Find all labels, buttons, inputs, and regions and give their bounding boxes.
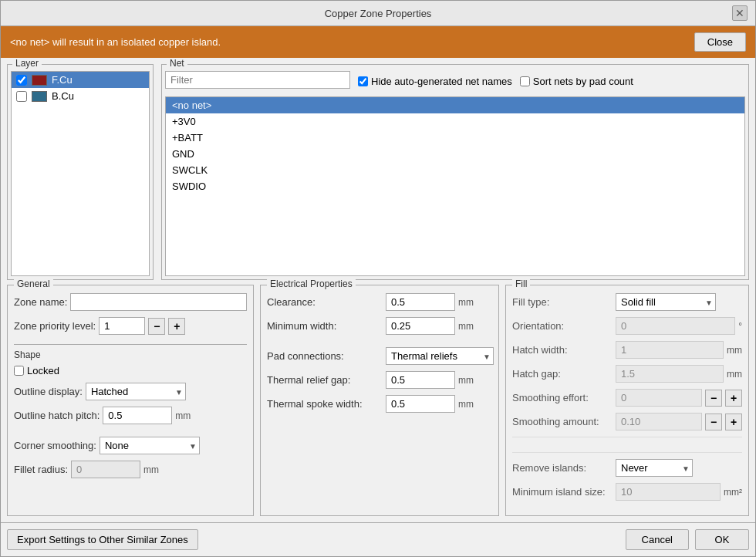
min-width-input[interactable] (386, 317, 455, 335)
net-section: Net Hide auto-generated net names Sort n… (161, 64, 749, 280)
corner-smoothing-label: Corner smoothing: (14, 440, 96, 451)
remove-islands-select[interactable]: Never Always Below area limit (616, 459, 693, 477)
pad-connections-select-wrap: Thermal reliefs Solid None ▼ (386, 347, 494, 365)
orientation-input[interactable] (616, 317, 735, 335)
smoothing-effort-row: Smoothing effort: − + (512, 389, 742, 407)
min-island-size-row: Minimum island size: mm² (512, 483, 742, 501)
net-item-swdio[interactable]: SWDIO (166, 178, 744, 194)
hatch-width-unit: mm (727, 345, 742, 356)
locked-row: Locked (14, 365, 247, 376)
min-width-unit: mm (458, 321, 474, 332)
hatch-gap-row: Hatch gap: mm (512, 365, 742, 383)
smoothing-effort-increment[interactable]: + (725, 390, 742, 407)
top-section: Layer F.Cu B.Cu (7, 64, 749, 280)
pad-connections-row: Pad connections: Thermal reliefs Solid N… (267, 347, 492, 365)
clearance-label: Clearance: (267, 296, 383, 308)
smoothing-amount-label: Smoothing amount: (512, 416, 613, 427)
net-item-3v0[interactable]: +3V0 (166, 113, 744, 130)
warning-text: <no net> will result in an isolated copp… (10, 36, 221, 48)
net-item-batt[interactable]: +BATT (166, 130, 744, 146)
zone-name-input[interactable] (70, 293, 247, 311)
shape-title: Shape (14, 344, 247, 360)
thermal-relief-gap-label: Thermal relief gap: (267, 374, 383, 386)
hatch-width-input[interactable] (616, 341, 724, 359)
close-x-button[interactable]: ✕ (732, 5, 748, 21)
zone-name-row: Zone name: (14, 293, 247, 311)
priority-increment-button[interactable]: + (168, 318, 185, 335)
export-button[interactable]: Export Settings to Other Similar Zones (7, 529, 198, 550)
smoothing-amount-input[interactable] (616, 413, 702, 430)
layer-item-fcu[interactable]: F.Cu (12, 72, 149, 88)
ok-button[interactable]: OK (695, 529, 749, 550)
fill-group: Fill Fill type: Solid fill Hatch pattern… (505, 285, 749, 516)
smoothing-amount-decrement[interactable]: − (705, 414, 722, 430)
net-item-no-net[interactable]: <no net> (166, 97, 744, 113)
net-filter-input[interactable] (165, 71, 350, 89)
fill-type-label: Fill type: (512, 296, 613, 308)
outline-hatch-pitch-row: Outline hatch pitch: mm (14, 407, 247, 424)
fill-type-row: Fill type: Solid fill Hatch pattern ▼ (512, 293, 742, 311)
min-island-size-unit: mm² (724, 487, 742, 498)
net-list: <no net> +3V0 +BATT GND SWCLK SWDIO (165, 96, 745, 276)
outline-hatch-pitch-input[interactable] (103, 407, 172, 424)
thermal-spoke-width-input[interactable] (386, 395, 455, 413)
net-item-gnd[interactable]: GND (166, 146, 744, 162)
fill-col: Fill Fill type: Solid fill Hatch pattern… (505, 285, 749, 516)
layer-checkbox-bcu[interactable] (16, 91, 27, 102)
fillet-radius-input[interactable] (71, 461, 140, 478)
dialog-title: Copper Zone Properties (24, 8, 732, 19)
layer-checkbox-fcu[interactable] (16, 75, 27, 86)
layer-group-title: Layer (12, 58, 42, 69)
sort-by-pad-checkbox[interactable] (520, 76, 530, 86)
bottom-section: General Zone name: Zone priority level: … (7, 285, 749, 516)
outline-display-label: Outline display: (14, 386, 83, 397)
net-item-swclk[interactable]: SWCLK (166, 162, 744, 178)
min-island-size-input[interactable] (616, 483, 721, 501)
outline-display-select[interactable]: Hatched Edge only Invisible (86, 383, 186, 400)
thermal-spoke-width-label: Thermal spoke width: (267, 398, 383, 410)
layer-item-bcu[interactable]: B.Cu (12, 88, 149, 104)
dialog: Copper Zone Properties ✕ <no net> will r… (0, 0, 756, 557)
thermal-spoke-width-unit: mm (458, 399, 474, 410)
general-group: General Zone name: Zone priority level: … (7, 285, 254, 516)
smoothing-effort-input[interactable] (616, 389, 702, 407)
layer-name-fcu: F.Cu (52, 74, 73, 86)
layer-color-fcu (32, 75, 47, 86)
corner-smoothing-select[interactable]: None Chamfer Fillet (100, 437, 200, 454)
zone-priority-input[interactable] (99, 317, 145, 335)
min-width-label: Minimum width: (267, 320, 383, 332)
remove-islands-row: Remove islands: Never Always Below area … (512, 452, 742, 477)
outline-hatch-pitch-unit: mm (175, 410, 191, 421)
pad-connections-select[interactable]: Thermal reliefs Solid None (386, 347, 494, 365)
electrical-title: Electrical Properties (267, 278, 356, 289)
smoothing-amount-row: Smoothing amount: − + (512, 413, 742, 430)
thermal-relief-gap-unit: mm (458, 375, 474, 386)
sort-by-pad-label[interactable]: Sort nets by pad count (520, 76, 633, 87)
fillet-radius-label: Fillet radius: (14, 464, 68, 475)
fill-title: Fill (512, 278, 530, 289)
fill-type-select-wrap: Solid fill Hatch pattern ▼ (616, 293, 716, 311)
cancel-button[interactable]: Cancel (626, 529, 689, 550)
locked-label: Locked (27, 365, 59, 376)
thermal-spoke-width-row: Thermal spoke width: mm (267, 395, 492, 413)
warning-close-button[interactable]: Close (694, 32, 746, 52)
priority-decrement-button[interactable]: − (148, 318, 165, 335)
hatch-gap-unit: mm (727, 369, 742, 380)
outline-hatch-pitch-label: Outline hatch pitch: (14, 410, 100, 421)
locked-checkbox[interactable] (14, 366, 24, 376)
electrical-col: Electrical Properties Clearance: mm Mini… (260, 285, 499, 516)
fill-type-select[interactable]: Solid fill Hatch pattern (616, 293, 716, 311)
footer: Export Settings to Other Similar Zones C… (1, 522, 755, 556)
corner-smoothing-row: Corner smoothing: None Chamfer Fillet ▼ (14, 437, 247, 454)
hatch-gap-input[interactable] (616, 365, 724, 383)
fillet-radius-row: Fillet radius: mm (14, 461, 247, 478)
hide-auto-label[interactable]: Hide auto-generated net names (358, 76, 512, 87)
remove-islands-select-wrap: Never Always Below area limit ▼ (616, 459, 693, 477)
clearance-unit: mm (458, 297, 474, 308)
hide-auto-checkbox[interactable] (358, 76, 368, 86)
thermal-relief-gap-row: Thermal relief gap: mm (267, 371, 492, 389)
clearance-input[interactable] (386, 293, 455, 311)
smoothing-amount-increment[interactable]: + (725, 414, 742, 430)
thermal-relief-gap-input[interactable] (386, 371, 455, 389)
smoothing-effort-decrement[interactable]: − (705, 390, 722, 407)
